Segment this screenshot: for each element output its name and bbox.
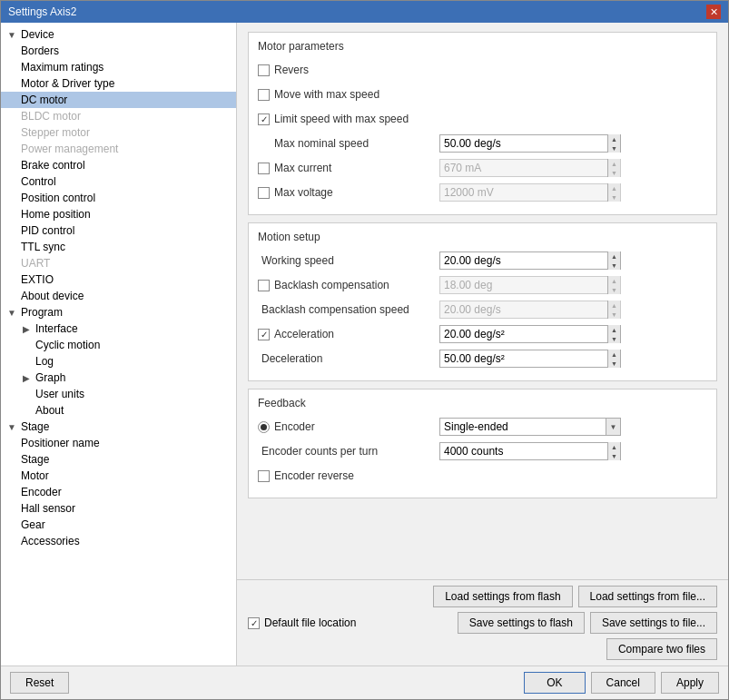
max-nominal-speed-input[interactable] [440, 135, 607, 152]
sidebar-item-positioner-name[interactable]: Positioner name [1, 435, 236, 451]
working-speed-up[interactable]: ▲ [608, 251, 620, 261]
footer-bar: Reset OK Cancel Apply [1, 665, 728, 699]
load-flash-button[interactable]: Load settings from flash [433, 586, 572, 607]
sidebar-item-dc-motor[interactable]: DC motor [1, 92, 236, 108]
max-nominal-speed-spinbox[interactable]: ▲ ▼ [439, 134, 621, 153]
sidebar-item-hall-sensor[interactable]: Hall sensor [1, 500, 236, 517]
action-buttons-row2: Default file location Save settings to f… [248, 612, 717, 634]
working-speed-spinbox[interactable]: ▲ ▼ [439, 251, 621, 270]
motor-params-section: Motor parameters Revers Move with max sp… [248, 32, 717, 215]
encoder-counts-input[interactable] [440, 443, 607, 459]
sidebar-item-cyclic-motion[interactable]: Cyclic motion [1, 337, 236, 353]
save-flash-button[interactable]: Save settings to flash [458, 612, 585, 634]
sidebar-item-stage[interactable]: Stage [1, 451, 236, 468]
acceleration-row: Acceleration ▲ ▼ [258, 324, 707, 344]
max-voltage-label[interactable]: Max voltage [258, 186, 439, 199]
sidebar-label-bldc-motor: BLDC motor [21, 110, 81, 123]
backlash-comp-label[interactable]: Backlash compensation [258, 279, 439, 291]
sidebar-item-user-units[interactable]: User units [1, 386, 236, 402]
revers-checkbox[interactable] [258, 64, 270, 76]
sidebar-item-brake-control[interactable]: Brake control [1, 157, 236, 173]
sidebar-item-motor[interactable]: Motor [1, 468, 236, 484]
sidebar-item-extio[interactable]: EXTIO [1, 271, 236, 288]
deceleration-down[interactable]: ▼ [608, 359, 620, 368]
encoder-radio[interactable] [258, 421, 270, 433]
encoder-label[interactable]: Encoder [258, 420, 439, 433]
sidebar-item-motor-driver[interactable]: Motor & Driver type [1, 75, 236, 92]
cancel-button[interactable]: Cancel [591, 672, 655, 694]
sidebar-label-hall-sensor: Hall sensor [21, 502, 75, 515]
deceleration-spinbox[interactable]: ▲ ▼ [439, 350, 621, 368]
sidebar-item-log[interactable]: Log [1, 353, 236, 370]
encoder-counts-up[interactable]: ▲ [608, 442, 620, 451]
sidebar-item-gear[interactable]: Gear [1, 517, 236, 533]
sidebar-item-ttl-sync[interactable]: TTL sync [1, 239, 236, 255]
sidebar-item-position-control[interactable]: Position control [1, 190, 236, 206]
sidebar-item-max-ratings[interactable]: Maximum ratings [1, 59, 236, 75]
sidebar-item-borders[interactable]: Borders [1, 43, 236, 59]
max-nominal-speed-label: Max nominal speed [258, 137, 439, 150]
working-speed-down[interactable]: ▼ [608, 261, 620, 270]
ok-button[interactable]: OK [524, 672, 585, 694]
max-voltage-checkbox[interactable] [258, 187, 270, 199]
revers-label[interactable]: Revers [258, 64, 439, 76]
backlash-comp-up: ▲ [608, 276, 620, 285]
backlash-comp-checkbox[interactable] [258, 280, 270, 291]
max-voltage-input [440, 184, 607, 201]
max-current-up: ▲ [608, 159, 620, 168]
sidebar-label-program: Program [21, 306, 63, 319]
acceleration-spinbox[interactable]: ▲ ▼ [439, 325, 621, 343]
acceleration-checkbox[interactable] [258, 329, 270, 340]
acceleration-down[interactable]: ▼ [608, 334, 620, 343]
backlash-comp-speed-input [440, 301, 607, 318]
apply-button[interactable]: Apply [661, 672, 719, 694]
sidebar-item-about-device[interactable]: About device [1, 288, 236, 304]
sidebar-item-interface[interactable]: ▶ Interface [1, 320, 236, 337]
backlash-comp-speed-spinbox: ▲ ▼ [439, 301, 621, 319]
max-nominal-speed-up[interactable]: ▲ [608, 134, 620, 143]
load-file-button[interactable]: Load settings from file... [578, 586, 717, 607]
acceleration-up[interactable]: ▲ [608, 325, 620, 334]
sidebar-item-device[interactable]: ▼ Device [1, 26, 236, 43]
max-nominal-speed-down[interactable]: ▼ [608, 143, 620, 153]
deceleration-input[interactable] [440, 350, 607, 367]
max-current-checkbox[interactable] [258, 163, 270, 174]
sidebar-item-program[interactable]: ▼ Program [1, 304, 236, 320]
working-speed-input[interactable] [440, 252, 607, 269]
default-file-checkbox[interactable] [248, 617, 260, 629]
sidebar-item-pid-control[interactable]: PID control [1, 222, 236, 239]
sidebar-item-graph[interactable]: ▶ Graph [1, 370, 236, 386]
move-max-speed-checkbox[interactable] [258, 89, 270, 101]
sidebar-item-accessories[interactable]: Accessories [1, 533, 236, 549]
encoder-counts-spinbox[interactable]: ▲ ▼ [439, 442, 621, 460]
encoder-type-select-box[interactable]: Single-endedDifferentialNone ▼ [439, 418, 621, 436]
save-file-button[interactable]: Save settings to file... [590, 612, 717, 634]
encoder-type-select[interactable]: Single-endedDifferentialNone [440, 419, 606, 435]
backlash-comp-row: Backlash compensation ▲ ▼ [258, 275, 707, 295]
sidebar-item-about[interactable]: About [1, 402, 236, 419]
deceleration-up[interactable]: ▲ [608, 350, 620, 359]
encoder-counts-label: Encoder counts per turn [258, 445, 439, 458]
limit-speed-checkbox[interactable] [258, 113, 270, 125]
sidebar-item-control[interactable]: Control [1, 173, 236, 190]
reset-button[interactable]: Reset [10, 672, 69, 694]
sidebar-label-motor-driver: Motor & Driver type [21, 77, 114, 90]
acceleration-input[interactable] [440, 326, 607, 342]
sidebar-label-gear: Gear [21, 518, 45, 531]
max-current-label[interactable]: Max current [258, 162, 439, 174]
acceleration-label[interactable]: Acceleration [258, 328, 439, 340]
compare-files-button[interactable]: Compare two files [606, 638, 717, 660]
sidebar-label-power-mgmt: Power management [21, 143, 118, 155]
sidebar-item-encoder[interactable]: Encoder [1, 484, 236, 500]
move-max-speed-label[interactable]: Move with max speed [258, 88, 439, 101]
encoder-reverse-checkbox[interactable] [258, 470, 270, 482]
sidebar-item-stage-group[interactable]: ▼ Stage [1, 419, 236, 435]
encoder-counts-down[interactable]: ▼ [608, 451, 620, 460]
sidebar-item-bldc-motor: BLDC motor [1, 108, 236, 124]
encoder-reverse-label[interactable]: Encoder reverse [258, 469, 439, 482]
limit-speed-label[interactable]: Limit speed with max speed [258, 113, 439, 125]
close-button[interactable]: ✕ [706, 5, 721, 19]
sidebar-item-home-position[interactable]: Home position [1, 206, 236, 222]
sidebar-label-log: Log [35, 355, 54, 368]
sidebar-label-position-control: Position control [21, 192, 95, 204]
